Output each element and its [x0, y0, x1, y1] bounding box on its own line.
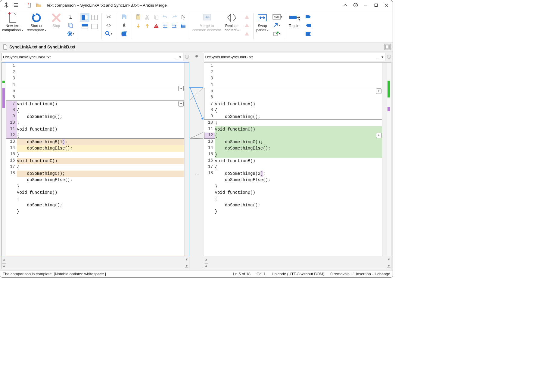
layout-dual-icon[interactable] — [90, 13, 99, 22]
flag-right-blue-icon[interactable] — [304, 13, 313, 21]
new-file-icon[interactable]: + — [26, 2, 33, 9]
merge-left-button-1[interactable]: ➔ — [376, 88, 381, 94]
copy-icon — [152, 13, 161, 21]
svg-rect-12 — [95, 15, 98, 20]
right-scrollbar[interactable] — [382, 63, 387, 256]
save-icon — [120, 13, 129, 21]
new-folder-icon[interactable]: + — [35, 2, 42, 9]
right-overview-strip[interactable] — [387, 63, 391, 256]
flag-stripes-icon[interactable] — [304, 29, 313, 38]
svg-rect-18 — [122, 32, 126, 36]
help-icon[interactable]: ? — [350, 1, 361, 9]
link-icon[interactable]: ▾ — [272, 21, 281, 29]
layout-single-icon[interactable] — [90, 22, 99, 31]
right-path-bar[interactable]: U:\SyncLinks\SyncLinkB.txt … ▾ — [204, 53, 386, 61]
svg-rect-14 — [82, 27, 88, 29]
window-title: Text comparison – SyncLinkA.txt and Sync… — [46, 3, 167, 8]
merge-right-button-2[interactable]: ➔ — [178, 101, 184, 106]
titlebar: + + Text comparison – SyncLinkA.txt and … — [0, 0, 393, 10]
menu-icon[interactable] — [12, 2, 20, 9]
tab-panel-toggle-icon[interactable] — [384, 44, 391, 50]
left-scrollbar[interactable] — [184, 63, 189, 256]
redo-icon — [170, 13, 179, 21]
minimize-button[interactable] — [361, 1, 371, 9]
toggle-button[interactable]: ± Toggle — [286, 10, 302, 42]
middle-drag-handle[interactable]: ⋯ — [195, 171, 200, 177]
svg-text:+: + — [36, 3, 38, 5]
right-path-actions[interactable]: … ▾ — [376, 55, 384, 59]
undo-icon — [161, 13, 170, 21]
swap-panes-button[interactable]: Swap panes — [254, 10, 270, 42]
replace-content-button[interactable]: Replace content — [223, 10, 241, 42]
collapse-ribbon-icon[interactable] — [340, 1, 350, 9]
right-bottom-controls[interactable]: ▲▼ ▲▼ — [204, 256, 392, 269]
merge-label: Merge to common ancestor — [192, 24, 221, 32]
left-editor[interactable]: 123456789101112131415161718 ➔ ➔ void fun… — [2, 62, 189, 256]
format-e-icon[interactable]: É — [120, 21, 129, 29]
nav-down-yellow-icon[interactable] — [134, 22, 143, 30]
xml-icon[interactable]: XML▾ — [272, 13, 282, 21]
new-text-comparison-button[interactable]: + New text comparison — [0, 10, 25, 42]
status-encoding: Unicode (UTF-8 without BOM) — [272, 272, 324, 276]
svg-text:±: ± — [298, 18, 300, 22]
files-icon[interactable] — [66, 21, 75, 29]
alert-down-icon — [242, 29, 251, 38]
collapse-icon[interactable] — [104, 13, 113, 21]
status-diff-summary: 0 removals · 1 insertion · 1 change — [330, 272, 390, 276]
left-path-bar[interactable]: U:\SyncLinks\SyncLinkA.txt … ▾ — [2, 53, 183, 61]
svg-text:XML: XML — [273, 15, 280, 19]
svg-rect-13 — [82, 24, 88, 26]
right-code[interactable]: ➔ ➔ void functionA(){ doSomething();}voi… — [215, 63, 382, 256]
svg-point-16 — [106, 32, 109, 35]
left-path-actions[interactable]: … ▾ — [174, 55, 182, 59]
warning-icon[interactable]: ! — [152, 22, 161, 30]
document-icon — [3, 44, 8, 50]
cursor-icon[interactable] — [179, 13, 188, 21]
left-history-icon[interactable] — [185, 54, 189, 59]
svg-text:?: ? — [355, 4, 356, 7]
merge-left-button-2[interactable]: ➔ — [376, 133, 381, 138]
maximize-button[interactable] — [371, 1, 381, 9]
left-code[interactable]: ➔ ➔ void functionA(){ doSomething();}voi… — [17, 63, 184, 256]
swap-label: Swap panes — [256, 24, 268, 32]
left-overview-strip[interactable] — [2, 63, 6, 256]
svg-rect-4 — [375, 4, 378, 7]
close-button[interactable] — [381, 1, 391, 9]
svg-rect-7 — [70, 24, 73, 28]
layout-split-icon[interactable] — [80, 13, 89, 22]
paste-icon — [134, 13, 143, 21]
right-editor[interactable]: 123456789101112131415161718 ➔ ➔ void fun… — [204, 62, 392, 256]
nav-up-yellow-icon[interactable] — [143, 22, 152, 30]
merge-right-button-1[interactable]: ➔ — [178, 86, 184, 91]
alert-up-icon — [242, 13, 251, 21]
export-icon[interactable]: ▾ — [272, 29, 281, 38]
indent-right-icon[interactable] — [170, 22, 179, 30]
svg-text:+: + — [8, 11, 11, 17]
right-history-icon[interactable] — [387, 54, 391, 59]
middle-connector: ⋯ — [191, 51, 203, 270]
app-logo-icon[interactable] — [3, 2, 10, 9]
indent-left-icon[interactable] — [161, 22, 170, 30]
flag-left-blue-icon[interactable] — [304, 21, 313, 29]
align-icon[interactable] — [179, 22, 188, 30]
layout-stack-icon[interactable] — [80, 22, 89, 31]
left-bottom-controls[interactable]: ▲▼ ▲▼ — [2, 256, 189, 269]
select-box-icon[interactable] — [120, 29, 129, 38]
new-text-comparison-label: New text comparison — [2, 24, 23, 32]
svg-rect-25 — [155, 16, 158, 19]
tab-title[interactable]: SyncLinkA.txt and SyncLinkB.txt — [9, 45, 75, 49]
sync-dot-icon[interactable] — [195, 55, 198, 57]
left-path: U:\SyncLinks\SyncLinkA.txt — [3, 55, 174, 59]
status-line: Ln 5 of 18 — [233, 272, 251, 276]
svg-rect-21 — [137, 14, 139, 15]
stop-label: Stop — [53, 24, 60, 28]
merge-to-common-ancestor-button: Merge to common ancestor — [191, 10, 223, 42]
expand-icon[interactable] — [104, 21, 113, 29]
replace-label: Replace content — [225, 24, 239, 32]
search-icon[interactable]: ▾ — [104, 29, 113, 38]
svg-rect-11 — [92, 15, 94, 20]
settings-gear-icon[interactable]: ▾ — [66, 29, 75, 38]
svg-text:+: + — [27, 2, 29, 5]
sigma-icon[interactable]: Σ — [66, 13, 75, 21]
start-recompare-button[interactable]: Start or recompare — [25, 10, 48, 42]
